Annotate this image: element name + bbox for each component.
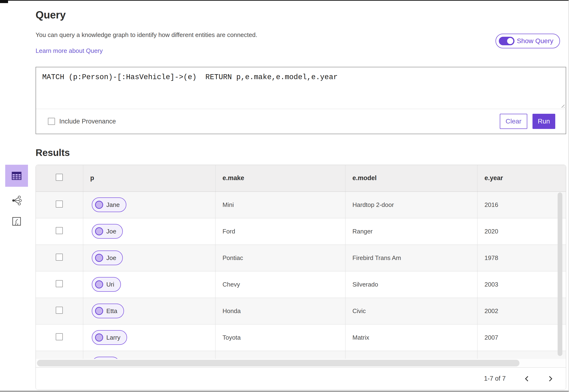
select-all-checkbox[interactable]	[56, 174, 63, 181]
clear-button[interactable]: Clear	[500, 114, 527, 129]
table-cell: 2002	[477, 298, 566, 324]
node-circle-icon	[95, 227, 103, 235]
vertical-scrollbar[interactable]	[558, 193, 562, 356]
table-cell: Firebird Trans Am	[345, 245, 477, 271]
table-cell: Matrix	[345, 324, 477, 351]
person-name: Jane	[106, 201, 120, 209]
toggle-switch-icon[interactable]	[499, 37, 514, 45]
table-cell: Mini	[215, 192, 345, 218]
window-top-border	[0, 0, 569, 1]
table-row: UriChevySilverado2003	[36, 271, 566, 298]
learn-more-link[interactable]: Learn more about Query	[36, 47, 103, 55]
link-chart-view-button[interactable]	[5, 193, 28, 208]
node-circle-icon	[95, 307, 103, 315]
row-checkbox[interactable]	[56, 333, 63, 340]
results-table: pe.makee.modele.year JaneMiniHardtop 2-d…	[36, 165, 566, 359]
table-cell: 2020	[477, 218, 566, 245]
table-row	[36, 351, 566, 359]
column-header-p: p	[83, 165, 215, 192]
node-circle-icon	[95, 334, 103, 341]
table-cell: 2016	[477, 192, 566, 218]
view-switcher	[5, 165, 28, 228]
table-cell: Hardtop 2-door	[345, 192, 477, 218]
person-node-chip[interactable]: Larry	[92, 330, 127, 345]
table-cell: Pontiac	[215, 245, 345, 271]
table-cell	[215, 351, 345, 359]
column-header-e.make: e.make	[215, 165, 345, 192]
run-button[interactable]: Run	[532, 114, 555, 129]
table-cell	[345, 351, 477, 359]
next-page-button[interactable]	[545, 374, 555, 384]
table-body: JaneMiniHardtop 2-door2016JoeFordRanger2…	[36, 192, 566, 359]
person-node-chip[interactable]: Uri	[92, 277, 121, 292]
horizontal-scrollbar[interactable]	[37, 360, 519, 366]
map-icon	[12, 216, 22, 226]
table-header-row: pe.makee.modele.year	[36, 165, 566, 192]
link-chart-icon	[11, 195, 22, 206]
person-node-chip[interactable]: Joe	[92, 251, 123, 265]
row-checkbox[interactable]	[56, 307, 63, 314]
row-checkbox[interactable]	[56, 227, 63, 234]
node-circle-icon	[95, 254, 103, 262]
query-editor: MATCH (p:Person)-[:HasVehicle]->(e) RETU…	[36, 67, 566, 109]
chevron-right-icon	[547, 375, 554, 382]
person-node-chip[interactable]: Joe	[92, 224, 123, 239]
person-name: Uri	[106, 281, 114, 288]
person-name: Etta	[106, 308, 117, 315]
person-node-chip[interactable]	[92, 357, 120, 359]
query-footer: Include Provenance Clear Run	[36, 109, 566, 134]
table-cell: Toyota	[215, 324, 345, 351]
include-provenance-label: Include Provenance	[59, 118, 116, 125]
table-row: EttaHondaCivic2002	[36, 298, 566, 324]
table-cell: 1978	[477, 245, 566, 271]
node-circle-icon	[95, 280, 103, 288]
table-icon	[11, 170, 23, 182]
table-row: LarryToyotaMatrix2007	[36, 324, 566, 351]
include-provenance-checkbox[interactable]	[48, 118, 55, 125]
show-query-label: Show Query	[517, 37, 553, 45]
table-row: JaneMiniHardtop 2-door2016	[36, 192, 566, 218]
select-all-header	[36, 165, 83, 192]
table-cell: 2003	[477, 271, 566, 298]
table-cell	[477, 351, 566, 359]
page-title: Query	[36, 9, 566, 21]
column-header-e.model: e.model	[345, 165, 477, 192]
table-cell: Honda	[215, 298, 345, 324]
map-view-button[interactable]	[5, 214, 28, 228]
table-view-button[interactable]	[5, 165, 28, 187]
pagination-range: 1-7 of 7	[484, 375, 506, 382]
results-table-container: pe.makee.modele.year JaneMiniHardtop 2-d…	[36, 165, 566, 390]
previous-page-button[interactable]	[522, 374, 532, 384]
window-corner-mark	[0, 0, 8, 3]
table-cell: Ranger	[345, 218, 477, 245]
person-name: Larry	[106, 334, 120, 341]
row-checkbox[interactable]	[56, 200, 63, 208]
table-cell: Chevy	[215, 271, 345, 298]
person-name: Joe	[106, 254, 116, 262]
results-title: Results	[36, 147, 566, 158]
show-query-toggle[interactable]: Show Query	[496, 34, 560, 48]
table-scroll-area: pe.makee.modele.year JaneMiniHardtop 2-d…	[36, 165, 566, 359]
table-row: JoePontiacFirebird Trans Am1978	[36, 245, 566, 271]
toggle-knob	[506, 37, 514, 45]
window-bottom-border	[0, 391, 569, 392]
pagination-bar: 1-7 of 7	[36, 367, 566, 390]
horizontal-scrollbar-track	[36, 359, 566, 367]
row-checkbox[interactable]	[56, 253, 63, 261]
column-header-e.year: e.year	[477, 165, 566, 192]
query-panel: MATCH (p:Person)-[:HasVehicle]->(e) RETU…	[36, 67, 566, 134]
query-input[interactable]: MATCH (p:Person)-[:HasVehicle]->(e) RETU…	[36, 67, 566, 109]
person-node-chip[interactable]: Etta	[92, 304, 124, 318]
table-cell: 2007	[477, 324, 566, 351]
table-cell: Ford	[215, 218, 345, 245]
person-node-chip[interactable]: Jane	[92, 197, 126, 212]
node-circle-icon	[95, 201, 103, 209]
person-name: Joe	[106, 228, 116, 235]
page-description: You can query a knowledge graph to ident…	[36, 31, 566, 39]
row-checkbox[interactable]	[56, 280, 63, 287]
table-row: JoeFordRanger2020	[36, 218, 566, 245]
table-cell: Civic	[345, 298, 477, 324]
table-cell: Silverado	[345, 271, 477, 298]
chevron-left-icon	[524, 375, 531, 382]
